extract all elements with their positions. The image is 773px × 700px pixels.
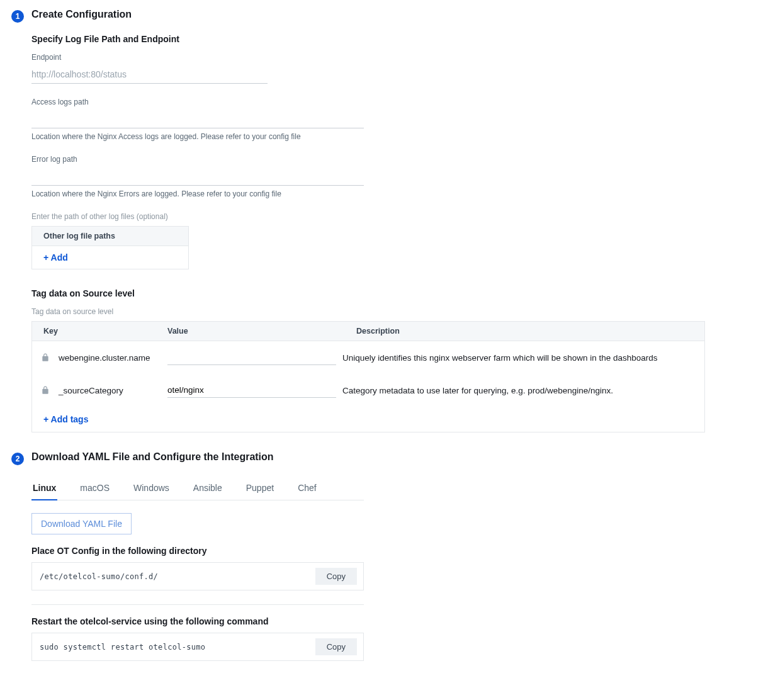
table-row: webengine.cluster.name Uniquely identifi… bbox=[32, 341, 704, 374]
step-2-header: 2 Download YAML File and Configure the I… bbox=[11, 451, 762, 465]
access-logs-input[interactable] bbox=[31, 110, 364, 128]
add-other-log-button[interactable]: + Add bbox=[32, 246, 188, 269]
other-log-header: Other log file paths bbox=[32, 227, 188, 246]
other-log-section: Enter the path of other log files (optio… bbox=[31, 212, 762, 269]
other-log-box: Other log file paths + Add bbox=[31, 226, 189, 269]
table-row: _sourceCategory Category metadata to use… bbox=[32, 374, 704, 407]
error-log-help: Location where the Nginx Errors are logg… bbox=[31, 189, 364, 198]
col-value-header: Value bbox=[167, 327, 350, 336]
restart-codebox: sudo systemctl restart otelcol-sumo Copy bbox=[31, 633, 364, 661]
tag-table-header: Key Value Description bbox=[32, 322, 704, 341]
copy-button[interactable]: Copy bbox=[315, 638, 357, 655]
lock-icon bbox=[32, 353, 59, 362]
tag-sublabel: Tag data on source level bbox=[31, 307, 762, 316]
os-tabs: Linux macOS Windows Ansible Puppet Chef bbox=[31, 477, 364, 500]
endpoint-input[interactable] bbox=[31, 65, 268, 84]
access-logs-field: Access logs path Location where the Ngin… bbox=[31, 98, 364, 141]
step-2-body: Linux macOS Windows Ansible Puppet Chef … bbox=[31, 477, 762, 661]
endpoint-field: Endpoint bbox=[31, 53, 268, 84]
download-yaml-button[interactable]: Download YAML File bbox=[31, 513, 132, 534]
tag-value-input[interactable] bbox=[167, 383, 336, 398]
tag-key: webengine.cluster.name bbox=[59, 353, 167, 363]
access-logs-help: Location where the Nginx Access logs are… bbox=[31, 132, 364, 141]
tab-chef[interactable]: Chef bbox=[296, 477, 318, 500]
place-config-codebox: /etc/otelcol-sumo/conf.d/ Copy bbox=[31, 562, 364, 590]
access-logs-label: Access logs path bbox=[31, 98, 364, 106]
step-badge-1: 1 bbox=[11, 10, 24, 23]
copy-button[interactable]: Copy bbox=[315, 568, 357, 585]
tag-section: Tag data on Source level Tag data on sou… bbox=[31, 288, 762, 432]
tab-ansible[interactable]: Ansible bbox=[192, 477, 223, 500]
add-tags-button[interactable]: + Add tags bbox=[32, 407, 704, 432]
other-log-label: Enter the path of other log files (optio… bbox=[31, 212, 762, 221]
endpoint-label: Endpoint bbox=[31, 53, 268, 62]
tab-windows[interactable]: Windows bbox=[132, 477, 171, 500]
col-desc-header: Description bbox=[350, 327, 704, 336]
restart-command: sudo systemctl restart otelcol-sumo bbox=[40, 643, 205, 652]
specify-path-heading: Specify Log File Path and Endpoint bbox=[31, 34, 762, 44]
step-1-body: Specify Log File Path and Endpoint Endpo… bbox=[31, 34, 762, 432]
tag-description: Category metadata to use later for query… bbox=[336, 386, 704, 395]
error-log-input[interactable] bbox=[31, 167, 364, 186]
restart-heading: Restart the otelcol-service using the fo… bbox=[31, 616, 364, 626]
tag-table: Key Value Description webengine.cluster.… bbox=[31, 321, 705, 432]
tag-heading: Tag data on Source level bbox=[31, 288, 762, 298]
tab-puppet[interactable]: Puppet bbox=[245, 477, 275, 500]
tab-macos[interactable]: macOS bbox=[79, 477, 111, 500]
error-log-field: Error log path Location where the Nginx … bbox=[31, 155, 364, 198]
step-1-header: 1 Create Configuration bbox=[11, 9, 762, 23]
lock-icon bbox=[32, 386, 59, 395]
tag-key: _sourceCategory bbox=[59, 386, 167, 395]
tag-description: Uniquely identifies this nginx webserver… bbox=[336, 353, 704, 363]
tag-value-input[interactable] bbox=[167, 350, 336, 365]
step-badge-2: 2 bbox=[11, 453, 24, 465]
divider bbox=[31, 604, 364, 605]
step-1-title: Create Configuration bbox=[31, 9, 132, 20]
place-config-section: Place OT Config in the following directo… bbox=[31, 546, 364, 590]
place-config-path: /etc/otelcol-sumo/conf.d/ bbox=[40, 572, 158, 581]
col-key-header: Key bbox=[32, 327, 167, 336]
restart-section: Restart the otelcol-service using the fo… bbox=[31, 616, 364, 661]
place-config-heading: Place OT Config in the following directo… bbox=[31, 546, 364, 556]
tab-linux[interactable]: Linux bbox=[31, 477, 57, 500]
step-2-title: Download YAML File and Configure the Int… bbox=[31, 451, 274, 463]
error-log-label: Error log path bbox=[31, 155, 364, 164]
